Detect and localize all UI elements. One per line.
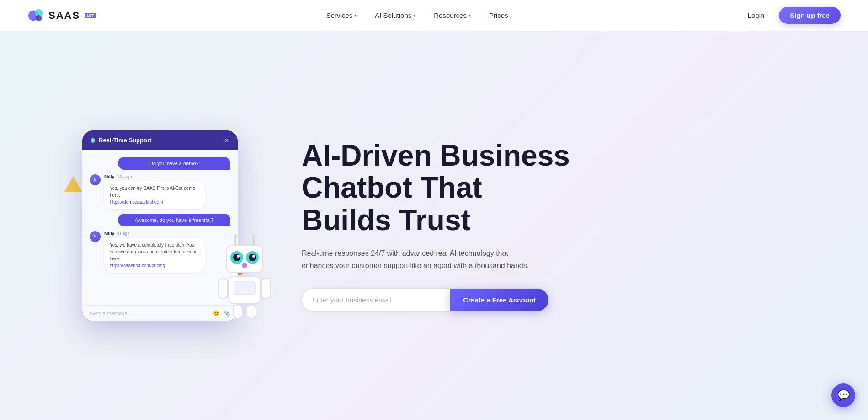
- chat-title: Real-Time Support: [99, 137, 151, 144]
- svg-rect-19: [233, 305, 242, 318]
- robot-illustration: [210, 232, 283, 326]
- robot-svg: [210, 232, 279, 324]
- svg-point-12: [237, 255, 240, 258]
- phone-header: Real-Time Support ✕: [82, 130, 238, 150]
- svg-point-11: [249, 254, 256, 261]
- chevron-down-icon: ▾: [354, 13, 357, 18]
- yellow-triangle-decoration: [64, 176, 82, 192]
- logo-icon: [27, 7, 45, 24]
- bot-avatar-2: M: [90, 231, 101, 242]
- svg-point-14: [242, 263, 247, 268]
- hero-content: AI-Driven Business Chatbot That Builds T…: [302, 140, 576, 312]
- chat-message-1: M Milly 16s ago Yes, you can try SAAS Fi…: [90, 174, 230, 209]
- logo-badge: 1ST: [85, 13, 96, 18]
- nav-item-prices[interactable]: Prices: [482, 8, 516, 23]
- hero-section: Real-Time Support ✕ Do you have a demo? …: [0, 31, 868, 420]
- message-time-1: 16s ago: [117, 174, 132, 179]
- navbar: SAAS1ST Services ▾ AI Solutions ▾ Resour…: [0, 0, 868, 31]
- hero-illustration: Real-Time Support ✕ Do you have a demo? …: [46, 130, 274, 321]
- chat-link-1: https://demo.saasfirst.com: [110, 199, 163, 205]
- chat-text-2: Yes, we have a completely Free plan. You…: [104, 238, 205, 273]
- svg-point-10: [233, 254, 240, 261]
- chat-widget-button[interactable]: 💬: [831, 383, 855, 407]
- svg-point-13: [252, 255, 255, 258]
- message-time-2: 4s ago: [117, 231, 129, 236]
- close-icon[interactable]: ✕: [224, 137, 229, 144]
- user-followup-bubble: Awesome, do you have a free trial?: [118, 214, 230, 226]
- svg-rect-18: [261, 278, 271, 299]
- svg-rect-16: [234, 282, 255, 295]
- create-account-button[interactable]: Create a Free Account: [450, 289, 548, 311]
- user-question-bubble: Do you have a demo?: [118, 157, 230, 170]
- bot-name-1: Milly: [104, 174, 114, 179]
- hero-description: Real-time responses 24/7 with advanced r…: [302, 247, 530, 272]
- svg-point-4: [234, 234, 237, 238]
- footer-placeholder: Send a message ...: [90, 311, 133, 316]
- svg-point-2: [36, 15, 42, 21]
- chevron-down-icon: ▾: [413, 13, 415, 18]
- nav-item-ai-solutions[interactable]: AI Solutions ▾: [367, 8, 423, 23]
- chat-text-1: Yes, you can try SAAS First's AI-Bot dem…: [104, 181, 205, 209]
- bot-name-2: Milly: [104, 231, 114, 236]
- chevron-down-icon: ▾: [469, 13, 471, 18]
- hero-title: AI-Driven Business Chatbot That Builds T…: [302, 140, 576, 236]
- nav-item-services[interactable]: Services ▾: [319, 8, 364, 23]
- hero-signup-form: Create a Free Account: [302, 288, 548, 312]
- svg-rect-20: [247, 305, 256, 318]
- svg-point-6: [252, 234, 256, 238]
- bot-avatar-1: M: [90, 174, 101, 185]
- nav-links: Services ▾ AI Solutions ▾ Resources ▾ Pr…: [319, 8, 516, 23]
- nav-item-resources[interactable]: Resources ▾: [426, 8, 478, 23]
- chat-bubble-icon: 💬: [837, 389, 850, 401]
- status-indicator: [91, 138, 95, 143]
- svg-rect-17: [218, 278, 228, 299]
- email-input[interactable]: [302, 288, 450, 312]
- login-button[interactable]: Login: [739, 8, 774, 23]
- chat-link-2: https://saasfirst.com/pricing: [110, 263, 165, 268]
- chat-message-2: M Milly 4s ago Yes, we have a completely…: [90, 231, 230, 273]
- logo[interactable]: SAAS1ST: [27, 7, 96, 24]
- signup-button[interactable]: Sign up free: [779, 7, 841, 24]
- nav-actions: Login Sign up free: [739, 7, 841, 24]
- logo-wordmark: SAAS: [48, 10, 80, 22]
